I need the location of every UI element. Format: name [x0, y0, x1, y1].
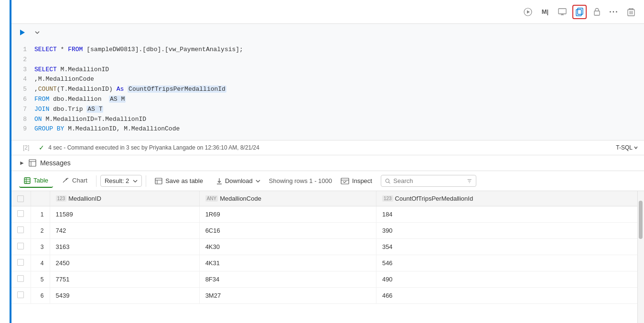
- search-box[interactable]: [381, 175, 476, 187]
- row-2-medallionid: 742: [50, 223, 199, 239]
- scrollbar-thumb[interactable]: [639, 201, 643, 239]
- col-label-medallioncode: MedallionCode: [220, 195, 261, 202]
- row-checkbox-6[interactable]: [11, 288, 31, 304]
- row-checkbox-2[interactable]: [11, 223, 31, 239]
- row-num-2: 2: [31, 223, 50, 239]
- save-as-table-button[interactable]: Save as table: [150, 174, 208, 187]
- lock-toolbar-icon[interactable]: [590, 5, 604, 19]
- row-1-countoftrips: 184: [376, 206, 644, 223]
- row-5-medallioncode: 8F34: [199, 271, 376, 288]
- divider-1: [96, 175, 97, 187]
- svg-point-23: [66, 178, 67, 180]
- scrollbar-track: [637, 191, 644, 323]
- messages-table-icon: [29, 159, 36, 167]
- row-checkbox-5[interactable]: [11, 271, 31, 288]
- row-4-medallioncode: 4K31: [199, 255, 376, 271]
- results-toolbar: Table Chart Result: 2: [11, 171, 644, 191]
- monitor-toolbar-icon[interactable]: [555, 5, 569, 19]
- col-header-countoftrips[interactable]: 123 CountOfTripsPerMedallionId: [376, 191, 644, 206]
- tab-table-label: Table: [33, 177, 48, 184]
- search-input[interactable]: [393, 177, 463, 184]
- table-header-row: 123 MedallionID ANY MedallionCode: [11, 191, 644, 206]
- svg-line-32: [389, 182, 390, 183]
- download-button[interactable]: Download: [212, 174, 265, 187]
- more-toolbar-icon[interactable]: ···: [607, 5, 621, 19]
- result-select-value: Result: 2: [105, 177, 129, 184]
- download-chevron-icon: [256, 179, 260, 183]
- run-button[interactable]: [15, 26, 29, 39]
- svg-rect-7: [594, 11, 600, 15]
- result-select-chevron: [133, 179, 138, 183]
- editor-header: [11, 24, 644, 41]
- messages-label: Messages: [40, 159, 71, 167]
- row-4-countoftrips: 546: [376, 255, 644, 271]
- search-icon: [385, 178, 390, 184]
- row-2-medallioncode: 6C16: [199, 223, 376, 239]
- table-row: 1 11589 1R69 184: [11, 206, 644, 223]
- code-line-3: 3 SELECT M.MedallionID: [17, 65, 638, 75]
- table-tab-icon: [24, 177, 31, 184]
- code-line-8: 8 ON M.MedallionID=T.MedallionID: [17, 115, 638, 125]
- result-select[interactable]: Result: 2: [100, 175, 142, 187]
- code-editor[interactable]: 1 SELECT * FROM [sampleDW0813].[dbo].[vw…: [11, 41, 644, 140]
- divider-2: [146, 175, 146, 187]
- svg-rect-29: [341, 178, 349, 184]
- filter-icon[interactable]: [467, 178, 472, 184]
- col-type-medallioncode: ANY: [205, 195, 218, 202]
- cell-ref: [2]: [17, 142, 35, 153]
- showing-rows-text: Showing rows 1 - 1000: [269, 177, 332, 184]
- language-label: T-SQL: [616, 144, 633, 151]
- row-num-3: 3: [31, 239, 50, 255]
- tab-chart[interactable]: Chart: [57, 174, 92, 188]
- messages-expand-icon[interactable]: ►: [19, 160, 25, 166]
- row-num-5: 5: [31, 271, 50, 288]
- svg-rect-2: [558, 9, 566, 14]
- collapse-button[interactable]: [32, 28, 42, 37]
- row-3-medallionid: 3163: [50, 239, 199, 255]
- inspect-button[interactable]: Inspect: [336, 174, 377, 187]
- data-table-container: 123 MedallionID ANY MedallionCode: [11, 191, 644, 323]
- row-num-6: 6: [31, 288, 50, 304]
- row-6-medallionid: 5439: [50, 288, 199, 304]
- tab-table[interactable]: Table: [19, 174, 53, 188]
- code-line-2: 2: [17, 55, 638, 65]
- inspect-label: Inspect: [352, 177, 372, 184]
- svg-rect-5: [578, 8, 583, 14]
- status-bar: [2] ✓ 4 sec - Command executed in 3 sec …: [11, 140, 644, 155]
- header-checkbox[interactable]: [17, 195, 24, 202]
- run-toolbar-icon[interactable]: [521, 5, 535, 19]
- svg-rect-6: [576, 10, 581, 16]
- row-num-1: 1: [31, 206, 50, 223]
- col-header-medallionid[interactable]: 123 MedallionID: [50, 191, 199, 206]
- ml-toolbar-icon[interactable]: M|: [538, 5, 552, 19]
- row-num-4: 4: [31, 255, 50, 271]
- col-header-select: [11, 191, 31, 206]
- row-5-medallionid: 7751: [50, 271, 199, 288]
- col-type-countoftrips: 123: [382, 195, 393, 202]
- blue-bar: [10, 0, 11, 323]
- row-6-countoftrips: 466: [376, 288, 644, 304]
- delete-toolbar-icon[interactable]: [624, 5, 638, 19]
- copy-toolbar-icon[interactable]: [572, 5, 587, 19]
- row-checkbox-4[interactable]: [11, 255, 31, 271]
- col-label-countoftrips: CountOfTripsPerMedallionId: [395, 195, 473, 202]
- language-selector[interactable]: T-SQL: [616, 144, 638, 151]
- row-3-medallioncode: 4K30: [199, 239, 376, 255]
- col-type-medallionid: 123: [56, 195, 67, 202]
- row-checkbox-1[interactable]: [11, 206, 31, 223]
- code-line-7: 7 JOIN dbo.Trip AS T: [17, 105, 638, 115]
- table-row: 5 7751 8F34 490: [11, 271, 644, 288]
- row-checkbox-3[interactable]: [11, 239, 31, 255]
- table-row: 3 3163 4K30 354: [11, 239, 644, 255]
- col-header-medallioncode[interactable]: ANY MedallionCode: [199, 191, 376, 206]
- main-container: M| ···: [0, 0, 644, 323]
- code-line-1: 1 SELECT * FROM [sampleDW0813].[dbo].[vw…: [17, 45, 638, 55]
- table-row: 6 5439 3M27 466: [11, 288, 644, 304]
- download-label: Download: [225, 177, 253, 184]
- row-3-countoftrips: 354: [376, 239, 644, 255]
- svg-marker-1: [527, 10, 530, 13]
- svg-rect-16: [29, 160, 36, 166]
- tab-chart-label: Chart: [72, 177, 87, 184]
- content-area: M| ···: [11, 0, 644, 323]
- table-row: 4 2450 4K31 546: [11, 255, 644, 271]
